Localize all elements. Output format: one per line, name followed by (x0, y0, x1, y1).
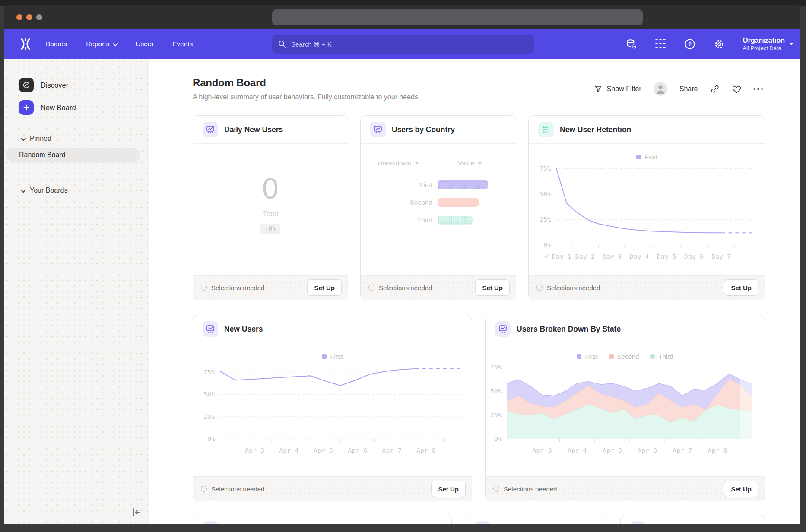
status-text: Selections needed (493, 485, 557, 493)
more-options-button[interactable] (754, 88, 763, 90)
value-bar (438, 198, 479, 207)
status-text: Selections needed (368, 284, 432, 291)
nav-item-users[interactable]: Users (136, 40, 153, 48)
caret-down-icon (415, 162, 419, 165)
data-management-icon[interactable] (625, 38, 637, 50)
metric-label: Total (263, 210, 278, 218)
show-filter-button[interactable]: Show Filter (594, 85, 641, 93)
retention-grid-icon (538, 122, 554, 137)
collapse-left-icon (131, 507, 142, 518)
nav-item-events[interactable]: Events (172, 40, 193, 48)
chevron-down-icon (21, 187, 26, 193)
radio-circle-icon (536, 285, 543, 291)
section-label: Pinned (30, 135, 51, 142)
mixpanel-logo[interactable] (19, 38, 32, 51)
sidebar-item-random-board[interactable]: Random Board (6, 148, 140, 162)
set-up-button[interactable]: Set Up (475, 279, 510, 296)
breakdown-column-header[interactable]: Breakdown (378, 159, 419, 167)
primary-nav: Boards Reports Users Events (46, 40, 193, 48)
card-title: Users by Country (392, 125, 455, 134)
value-bar (438, 180, 488, 189)
sidebar-section-pinned[interactable]: Pinned (21, 135, 149, 142)
svg-text:75%: 75% (203, 368, 215, 376)
nav-item-reports[interactable]: Reports (86, 40, 117, 48)
row-label: Third (361, 216, 432, 224)
svg-text:25%: 25% (539, 215, 551, 223)
svg-text:Apr 5: Apr 5 (314, 446, 333, 454)
top-navbar: Boards Reports Users Events (4, 29, 800, 59)
apps-grid-icon[interactable] (654, 38, 666, 50)
section-label: Your Boards (30, 187, 67, 194)
project-name: All Project Data (743, 45, 785, 52)
global-search[interactable] (272, 35, 534, 54)
caret-down-icon (789, 43, 793, 45)
svg-text:Apr 8: Apr 8 (708, 446, 727, 454)
sidebar-item-new-board[interactable]: New Board (19, 100, 149, 115)
heart-icon (732, 84, 742, 94)
svg-text:Apr 7: Apr 7 (382, 446, 402, 454)
org-name: Organization (743, 36, 785, 45)
svg-text:Day 4: Day 4 (630, 253, 649, 260)
value-column-header[interactable]: Value (458, 159, 482, 167)
set-up-button[interactable]: Set Up (724, 481, 758, 497)
settings-gear-icon[interactable] (713, 38, 725, 50)
svg-text:Apr 6: Apr 6 (348, 446, 367, 454)
line-chart-icon (203, 321, 218, 337)
search-icon (278, 40, 286, 48)
copy-link-button[interactable] (710, 84, 720, 94)
radio-circle-icon (201, 285, 207, 291)
svg-text:Apr 5: Apr 5 (603, 446, 622, 454)
chevron-down-icon (113, 41, 118, 46)
breakdown-row: Second (361, 198, 479, 207)
sidebar-item-discover[interactable]: Discover (19, 59, 149, 92)
board-actions: Show Filter Share (594, 82, 763, 96)
address-bar[interactable] (272, 10, 643, 25)
breakdown-row: First (361, 180, 488, 189)
avatar[interactable] (654, 82, 667, 96)
line-chart-icon (370, 122, 386, 137)
filter-icon (594, 85, 603, 93)
card-stacked-line-graph: Stacked Line Graph (193, 515, 452, 524)
person-icon (654, 82, 667, 96)
help-icon[interactable]: ? (684, 38, 696, 50)
svg-text:50%: 50% (490, 387, 502, 395)
svg-text:Day 7: Day 7 (711, 253, 731, 260)
favorite-button[interactable] (732, 84, 742, 94)
window-zoom-button[interactable] (36, 14, 42, 20)
caret-down-icon (478, 162, 482, 165)
set-up-button[interactable]: Set Up (307, 279, 342, 296)
card-footer: Selections needed Set Up (193, 476, 472, 501)
share-button[interactable]: Share (679, 85, 698, 93)
svg-text:75%: 75% (490, 363, 502, 371)
board-header: Random Board A high-level summary of use… (149, 59, 800, 101)
search-input[interactable] (290, 40, 528, 48)
window-close-button[interactable] (16, 14, 22, 20)
sidebar-collapse-button[interactable] (130, 506, 143, 518)
row-label: First (361, 181, 432, 189)
metric-block: 0 Total ↑0% (193, 144, 348, 275)
svg-text:Apr 6: Apr 6 (638, 446, 657, 454)
status-text: Selections needed (201, 485, 264, 493)
svg-text:Apr 7: Apr 7 (673, 446, 692, 454)
svg-text:Apr 4: Apr 4 (279, 446, 298, 454)
window-minimize-button[interactable] (26, 14, 32, 20)
value-bar (438, 216, 473, 225)
radio-circle-icon (493, 486, 499, 492)
link-icon (710, 84, 720, 94)
line-chart-icon (495, 321, 511, 337)
card-footer: Selections needed Set Up (486, 476, 765, 501)
card-title: New Users (224, 325, 263, 334)
org-project-switcher[interactable]: Organization All Project Data (743, 36, 793, 52)
svg-text:0%: 0% (207, 435, 215, 443)
sidebar-item-label: New Board (41, 104, 76, 112)
nav-item-boards[interactable]: Boards (46, 40, 67, 48)
stacked-area-chart: 75%50%25%0%Apr 3Apr 4Apr 5Apr 6Apr 7Apr … (486, 343, 765, 476)
set-up-button[interactable]: Set Up (724, 279, 758, 296)
set-up-button[interactable]: Set Up (431, 481, 466, 497)
card-title: Daily New Users (224, 125, 283, 134)
metric-value: 0 (262, 174, 279, 203)
card-footer: Selections needed Set Up (361, 275, 516, 300)
window-controls (16, 14, 42, 20)
sidebar-section-your-boards[interactable]: Your Boards (21, 187, 149, 194)
svg-text:Apr 3: Apr 3 (533, 446, 552, 454)
